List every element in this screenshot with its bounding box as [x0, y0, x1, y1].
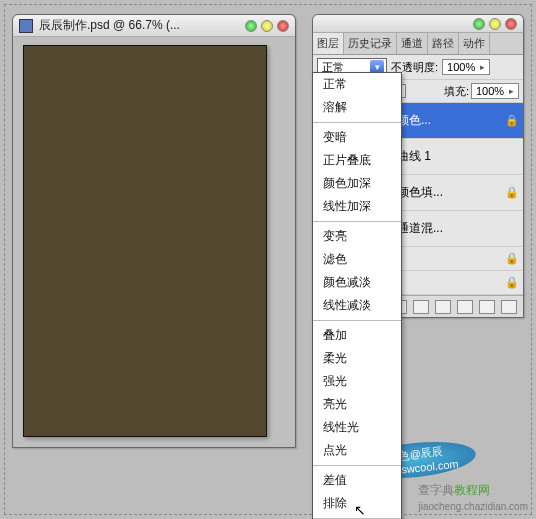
layer-name[interactable]: 颜色填...: [397, 184, 499, 201]
blend-menu-item[interactable]: 亮光: [313, 393, 401, 416]
footer-a: 查字典: [418, 483, 454, 497]
blend-menu-item[interactable]: 柔光: [313, 347, 401, 370]
blend-menu-item[interactable]: 颜色加深: [313, 172, 401, 195]
fill-value: 100%: [476, 85, 504, 97]
blend-menu-item[interactable]: 滤色: [313, 248, 401, 271]
layer-name[interactable]: 曲线 1: [397, 148, 519, 165]
menu-separator: [313, 122, 401, 123]
new-layer-button[interactable]: [479, 300, 495, 314]
panel-titlebar[interactable]: [313, 15, 523, 33]
close-button[interactable]: [277, 20, 289, 32]
blend-menu-item[interactable]: 强光: [313, 370, 401, 393]
tab-history[interactable]: 历史记录: [344, 33, 397, 54]
menu-separator: [313, 221, 401, 222]
minimize-button[interactable]: [245, 20, 257, 32]
footer-b: 教程网: [454, 483, 490, 497]
blend-menu-item[interactable]: 差值: [313, 469, 401, 492]
app-file-icon: [19, 19, 33, 33]
new-group-button[interactable]: [435, 300, 451, 314]
panel-close-button[interactable]: [505, 18, 517, 30]
blend-menu-item[interactable]: 正片叠底: [313, 149, 401, 172]
blend-menu-item[interactable]: 线性加深: [313, 195, 401, 218]
footer-watermark: 查字典教程网 jiaocheng.chazidian.com: [418, 482, 528, 513]
lock-icon: 🔒: [505, 114, 519, 127]
lock-icon: 🔒: [505, 252, 519, 265]
tab-layers[interactable]: 图层: [313, 33, 344, 54]
panel-min-button[interactable]: [473, 18, 485, 30]
panel-tabs: 图层 历史记录 通道 路径 动作: [313, 33, 523, 55]
delete-layer-button[interactable]: [501, 300, 517, 314]
blend-menu-item[interactable]: 变亮: [313, 225, 401, 248]
blend-menu-item[interactable]: 颜色减淡: [313, 271, 401, 294]
fill-input[interactable]: 100% ▸: [471, 83, 519, 99]
canvas-viewport[interactable]: [13, 37, 295, 447]
menu-separator: [313, 320, 401, 321]
panel-max-button[interactable]: [489, 18, 501, 30]
fill-label: 填充:: [444, 84, 469, 99]
opacity-input[interactable]: 100% ▸: [442, 59, 490, 75]
layer-name[interactable]: 通道混...: [397, 220, 519, 237]
layer-name[interactable]: 颜色...: [397, 112, 499, 129]
blend-menu-item[interactable]: 线性减淡: [313, 294, 401, 317]
maximize-button[interactable]: [261, 20, 273, 32]
blend-menu-item[interactable]: 线性光: [313, 416, 401, 439]
new-adjustment-button[interactable]: [457, 300, 473, 314]
tab-actions[interactable]: 动作: [459, 33, 490, 54]
menu-separator: [313, 465, 401, 466]
add-mask-button[interactable]: [413, 300, 429, 314]
tab-channels[interactable]: 通道: [397, 33, 428, 54]
blend-menu-item[interactable]: 点光: [313, 439, 401, 462]
blend-menu-item[interactable]: 叠加: [313, 324, 401, 347]
footer-url: jiaocheng.chazidian.com: [418, 501, 528, 512]
document-title: 辰辰制作.psd @ 66.7% (...: [39, 17, 245, 34]
lock-icon: 🔒: [505, 186, 519, 199]
blend-menu-item[interactable]: 变暗: [313, 126, 401, 149]
workspace: 辰辰制作.psd @ 66.7% (... 图层 历史记录 通道 路径 动作: [0, 0, 536, 519]
lock-icon: 🔒: [505, 276, 519, 289]
document-window: 辰辰制作.psd @ 66.7% (...: [12, 14, 296, 448]
blend-menu-item[interactable]: 排除: [313, 492, 401, 515]
caret-icon: ▸: [480, 62, 485, 72]
blend-menu-item[interactable]: 正常: [313, 73, 401, 96]
document-titlebar[interactable]: 辰辰制作.psd @ 66.7% (...: [13, 15, 295, 37]
blend-menu-item[interactable]: 溶解: [313, 96, 401, 119]
blend-mode-menu[interactable]: 正常溶解变暗正片叠底颜色加深线性加深变亮滤色颜色减淡线性减淡叠加柔光强光亮光线性…: [312, 72, 402, 519]
opacity-value: 100%: [447, 61, 475, 73]
caret-icon: ▸: [509, 86, 514, 96]
tab-paths[interactable]: 路径: [428, 33, 459, 54]
canvas[interactable]: [23, 45, 267, 437]
